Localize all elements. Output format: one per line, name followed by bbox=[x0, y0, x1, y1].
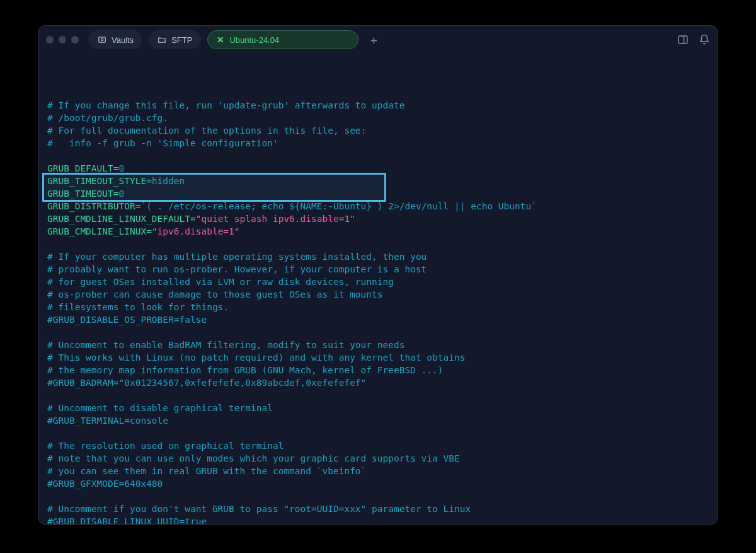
editor-line: # Uncomment if you don't want GRUB to pa… bbox=[47, 503, 709, 515]
editor-viewport[interactable]: # If you change this file, run 'update-g… bbox=[38, 54, 718, 524]
editor-line: # filesystems to look for things. bbox=[47, 301, 709, 313]
svg-rect-3 bbox=[679, 36, 687, 44]
editor-line bbox=[47, 427, 709, 439]
editor-line: # For full documentation of the options … bbox=[47, 124, 709, 137]
editor-line: # If your computer has multiple operatin… bbox=[47, 250, 709, 263]
tab-active-label: Ubuntu-24.04 bbox=[229, 35, 279, 45]
window-controls bbox=[46, 36, 79, 44]
editor-line: GRUB_TIMEOUT=0 bbox=[47, 187, 709, 200]
editor-line: GRUB_TIMEOUT_STYLE=hidden bbox=[47, 175, 709, 187]
editor-line: GRUB_CMDLINE_LINUX_DEFAULT="quiet splash… bbox=[47, 212, 709, 225]
titlebar-right bbox=[677, 34, 710, 45]
editor-line: #GRUB_BADRAM="0x01234567,0xfefefefe,0x89… bbox=[47, 376, 709, 389]
editor-line: # you can see them in real GRUB with the… bbox=[47, 465, 709, 477]
editor-line: GRUB_DEFAULT=0 bbox=[47, 162, 709, 175]
titlebar: Vaults SFTP ✕ Ubuntu-24.04 + bbox=[38, 26, 718, 54]
tab-sftp[interactable]: SFTP bbox=[149, 30, 201, 49]
editor-line bbox=[47, 490, 709, 503]
close-dot[interactable] bbox=[46, 36, 54, 44]
folder-icon bbox=[158, 35, 166, 44]
editor-line bbox=[47, 149, 709, 162]
editor-line: GRUB_DISTRIBUTOR=`( . /etc/os-release; e… bbox=[47, 200, 709, 212]
tab-vaults-label: Vaults bbox=[112, 35, 134, 45]
editor-line: # the memory map information from GRUB (… bbox=[47, 364, 709, 376]
editor-line: # info -f grub -n 'Simple configuration' bbox=[47, 137, 709, 149]
editor-line: GRUB_CMDLINE_LINUX="ipv6.disable=1" bbox=[47, 225, 709, 238]
editor-line: # for guest OSes installed via LVM or ra… bbox=[47, 276, 709, 288]
minimize-dot[interactable] bbox=[59, 36, 66, 44]
editor-line: # Uncomment to disable graphical termina… bbox=[47, 402, 709, 414]
editor-line: #GRUB_DISABLE_OS_PROBER=false bbox=[47, 313, 709, 326]
editor-line bbox=[47, 389, 709, 402]
editor-line bbox=[47, 326, 709, 339]
editor-line: #GRUB_GFXMODE=640x480 bbox=[47, 477, 709, 490]
panel-icon[interactable] bbox=[677, 34, 689, 45]
editor-line: #GRUB_TERMINAL=console bbox=[47, 414, 709, 427]
svg-point-1 bbox=[101, 38, 103, 41]
tab-sftp-label: SFTP bbox=[171, 35, 192, 45]
new-tab-button[interactable]: + bbox=[365, 31, 382, 49]
close-tab-icon[interactable]: ✕ bbox=[217, 35, 224, 45]
editor-line: # os-prober can cause damage to those gu… bbox=[47, 288, 709, 301]
editor-line bbox=[47, 238, 709, 250]
editor-line: # /boot/grub/grub.cfg. bbox=[47, 112, 709, 124]
editor-line: # This works with Linux (no patch requir… bbox=[47, 351, 709, 364]
vault-icon bbox=[98, 35, 106, 44]
tab-vaults[interactable]: Vaults bbox=[89, 30, 142, 49]
editor-line: # The resolution used on graphical termi… bbox=[47, 439, 709, 452]
tab-active[interactable]: ✕ Ubuntu-24.04 bbox=[207, 30, 358, 49]
editor-line: # probably want to run os-prober. Howeve… bbox=[47, 263, 709, 276]
editor-line: # note that you can use only modes which… bbox=[47, 452, 709, 465]
editor-line: # Uncomment to enable BadRAM filtering, … bbox=[47, 339, 709, 351]
bell-icon[interactable] bbox=[699, 34, 710, 45]
editor-line: # If you change this file, run 'update-g… bbox=[47, 99, 709, 112]
zoom-dot[interactable] bbox=[71, 36, 79, 44]
editor-line: #GRUB_DISABLE_LINUX_UUID=true bbox=[47, 515, 709, 524]
terminal-window: Vaults SFTP ✕ Ubuntu-24.04 + # If you ch… bbox=[38, 25, 718, 525]
